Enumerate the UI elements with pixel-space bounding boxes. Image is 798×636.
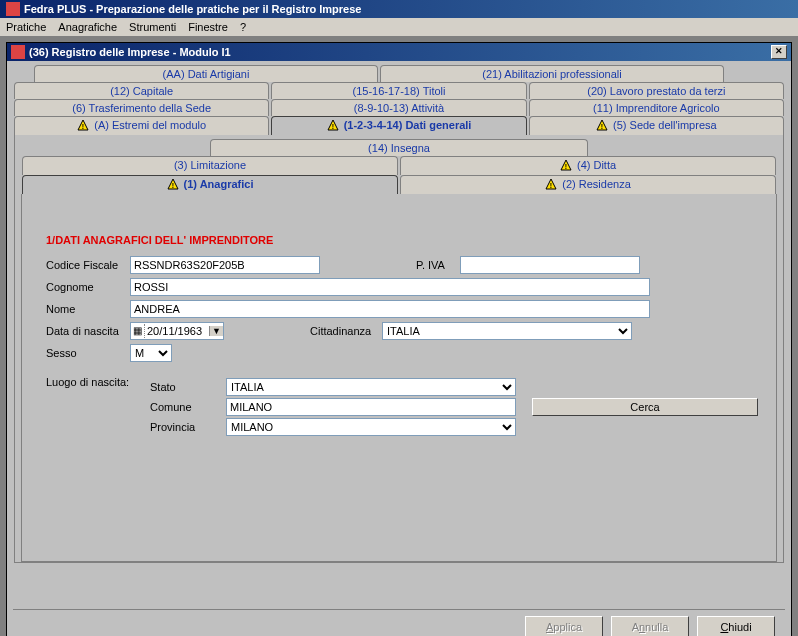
cittadinanza-select[interactable]: ITALIA — [382, 322, 632, 340]
tab-titoli[interactable]: (15-16-17-18) Titoli — [271, 82, 526, 99]
mdi-window: (36) Registro delle Imprese - Modulo I1 … — [6, 42, 792, 636]
stato-select[interactable]: ITALIA — [226, 378, 516, 396]
piva-input[interactable] — [460, 256, 640, 274]
tab-1-anagrafici[interactable]: ! (1) Anagrafici — [22, 175, 398, 194]
svg-text:!: ! — [331, 123, 333, 130]
warning-icon: ! — [545, 178, 557, 192]
tab-2-residenza[interactable]: ! (2) Residenza — [400, 175, 776, 194]
tab-12-capitale[interactable]: (12) Capitale — [14, 82, 269, 99]
cerca-button[interactable]: Cerca — [532, 398, 758, 416]
label-nome: Nome — [40, 303, 130, 315]
mdi-area: (36) Registro delle Imprese - Modulo I1 … — [0, 36, 798, 636]
tab-20-lavoro-terzi[interactable]: (20) Lavoro prestato da terzi — [529, 82, 784, 99]
footer-bar: Applica Annulla Chiudi — [13, 609, 785, 636]
svg-text:!: ! — [601, 123, 603, 130]
label-sesso: Sesso — [40, 347, 130, 359]
chevron-down-icon[interactable]: ▼ — [209, 326, 223, 336]
warning-icon: ! — [560, 159, 572, 173]
label-data-nascita: Data di nascita — [40, 325, 130, 337]
close-button[interactable]: ✕ — [771, 45, 787, 59]
menu-strumenti[interactable]: Strumenti — [129, 21, 176, 33]
label-comune: Comune — [150, 401, 220, 413]
app-title: Fedra PLUS - Preparazione delle pratiche… — [24, 3, 361, 15]
label-cognome: Cognome — [40, 281, 130, 293]
svg-text:!: ! — [82, 123, 84, 130]
label-codice-fiscale: Codice Fiscale — [40, 259, 130, 271]
mdi-titlebar: (36) Registro delle Imprese - Modulo I1 … — [7, 43, 791, 61]
label-luogo-nascita: Luogo di nascita: — [40, 376, 150, 388]
applica-button[interactable]: Applica — [525, 616, 603, 636]
tab-5-sede[interactable]: ! (5) Sede dell'impresa — [529, 116, 784, 135]
label-stato: Stato — [150, 381, 220, 393]
svg-text:!: ! — [565, 163, 567, 170]
warning-icon: ! — [327, 119, 339, 133]
data-nascita-input[interactable] — [145, 325, 209, 337]
label-provincia: Provincia — [150, 421, 220, 433]
provincia-select[interactable]: MILANO — [226, 418, 516, 436]
app-titlebar: Fedra PLUS - Preparazione delle pratiche… — [0, 0, 798, 18]
app-menubar: Pratiche Anagrafiche Strumenti Finestre … — [0, 18, 798, 36]
label-cittadinanza: Cittadinanza — [304, 325, 382, 337]
tab-a-estremi[interactable]: ! (A) Estremi del modulo — [14, 116, 269, 135]
section-title: 1/DATI ANAGRAFICI DELL' IMPRENDITORE — [46, 234, 758, 246]
mdi-title: (36) Registro delle Imprese - Modulo I1 — [29, 46, 231, 58]
data-nascita-picker[interactable]: ▦ ▼ — [130, 322, 224, 340]
svg-text:!: ! — [171, 182, 173, 189]
svg-text:!: ! — [550, 182, 552, 189]
sesso-select[interactable]: M — [130, 344, 172, 362]
app-icon — [6, 2, 20, 16]
codice-fiscale-input[interactable] — [130, 256, 320, 274]
nome-input[interactable] — [130, 300, 650, 318]
menu-anagrafiche[interactable]: Anagrafiche — [58, 21, 117, 33]
tab-21-abilitazioni[interactable]: (21) Abilitazioni professionali — [380, 65, 724, 82]
comune-input[interactable] — [226, 398, 516, 416]
warning-icon: ! — [77, 119, 89, 133]
warning-icon: ! — [596, 119, 608, 133]
cognome-input[interactable] — [130, 278, 650, 296]
menu-help[interactable]: ? — [240, 21, 246, 33]
tab-aa-artigiani[interactable]: (AA) Dati Artigiani — [34, 65, 378, 82]
warning-icon: ! — [167, 178, 179, 192]
mdi-icon — [11, 45, 25, 59]
tab-4-ditta[interactable]: ! (4) Ditta — [400, 156, 776, 175]
calendar-icon[interactable]: ▦ — [131, 324, 145, 338]
tab-11-imprenditore-agricolo[interactable]: (11) Imprenditore Agricolo — [529, 99, 784, 116]
menu-finestre[interactable]: Finestre — [188, 21, 228, 33]
annulla-button[interactable]: Annulla — [611, 616, 689, 636]
tab-3-limitazione[interactable]: (3) Limitazione — [22, 156, 398, 175]
chiudi-button[interactable]: Chiudi — [697, 616, 775, 636]
tab-attivita[interactable]: (8-9-10-13) Attività — [271, 99, 526, 116]
menu-pratiche[interactable]: Pratiche — [6, 21, 46, 33]
tab-14-insegna[interactable]: (14) Insegna — [210, 139, 588, 156]
tab-6-trasferimento[interactable]: (6) Trasferimento della Sede — [14, 99, 269, 116]
label-piva: P. IVA — [410, 259, 460, 271]
tab-dati-generali[interactable]: ! (1-2-3-4-14) Dati generali — [271, 116, 526, 135]
